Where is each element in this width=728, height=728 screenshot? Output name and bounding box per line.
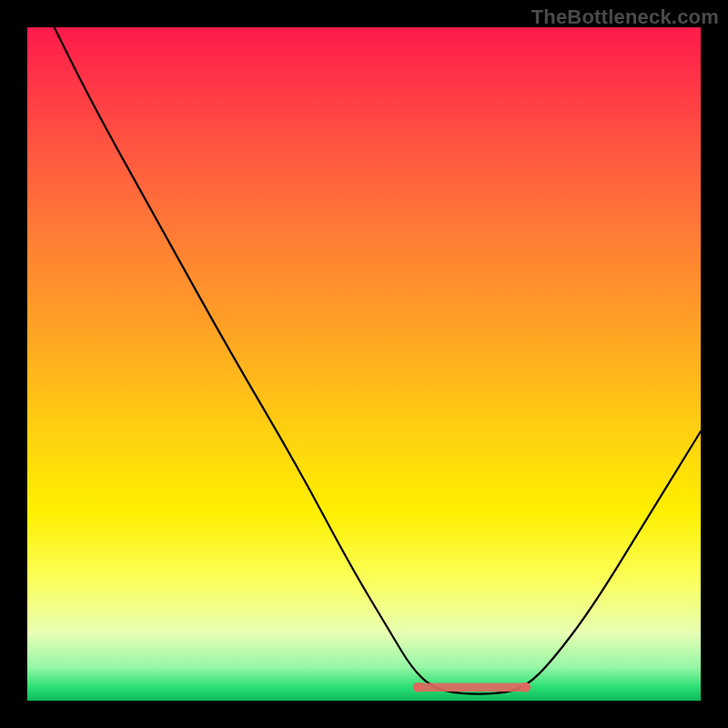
chart-frame: TheBottleneck.com: [0, 0, 728, 728]
bottleneck-curve: [55, 27, 701, 694]
optimal-range-start-dot: [413, 682, 423, 693]
plot-area: [27, 27, 701, 701]
watermark-label: TheBottleneck.com: [531, 5, 719, 29]
optimal-range-end-dot: [521, 682, 531, 693]
bottleneck-curve-svg: [27, 27, 701, 701]
